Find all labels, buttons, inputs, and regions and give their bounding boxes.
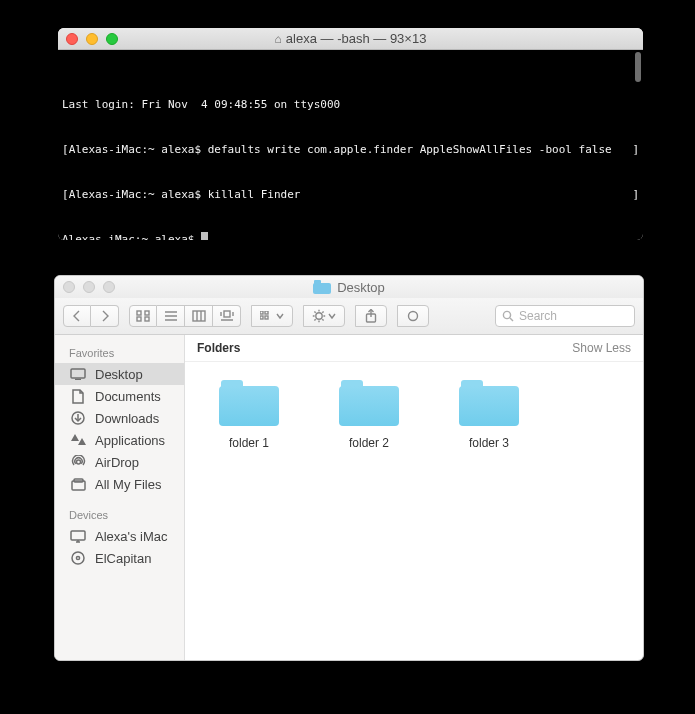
group-name: Folders (197, 341, 240, 355)
sidebar-item-imac[interactable]: Alexa's iMac (55, 525, 184, 547)
sidebar-item-label: Alexa's iMac (95, 529, 168, 544)
finder-title: Desktop (55, 280, 643, 295)
sidebar-item-label: Downloads (95, 411, 159, 426)
svg-rect-0 (137, 311, 141, 315)
svg-rect-14 (260, 311, 263, 314)
desktop-icon (69, 366, 87, 382)
icon-grid[interactable]: folder 1 folder 2 folder 3 (185, 362, 643, 660)
share-button[interactable] (355, 305, 387, 327)
svg-point-30 (503, 311, 510, 318)
sidebar-item-airdrop[interactable]: AirDrop (55, 451, 184, 473)
svg-line-23 (314, 311, 315, 312)
view-columns-button[interactable] (185, 305, 213, 327)
arrange-button[interactable] (251, 305, 293, 327)
finder-window: Desktop (54, 275, 644, 661)
svg-rect-16 (260, 316, 263, 319)
home-icon: ⌂ (275, 32, 282, 46)
finder-sidebar: Favorites Desktop Documents Downloads Ap… (55, 335, 185, 660)
downloads-icon (69, 410, 87, 426)
view-coverflow-button[interactable] (213, 305, 241, 327)
all-files-icon (69, 476, 87, 492)
nav-seg (63, 305, 119, 327)
terminal-line: [Alexas-iMac:~ alexa$ defaults write com… (62, 142, 612, 157)
svg-rect-32 (71, 369, 85, 378)
folder-icon (219, 380, 279, 426)
imac-icon (69, 528, 87, 544)
finder-titlebar[interactable]: Desktop (55, 276, 643, 298)
terminal-line: [Alexas-iMac:~ alexa$ killall Finder (62, 187, 300, 202)
view-list-button[interactable] (157, 305, 185, 327)
scrollbar-thumb[interactable] (635, 52, 641, 82)
terminal-line-end: ] (632, 142, 639, 157)
terminal-body[interactable]: Last login: Fri Nov 4 09:48:55 on ttys00… (58, 50, 643, 240)
back-button[interactable] (63, 305, 91, 327)
sidebar-item-disk[interactable]: ElCapitan (55, 547, 184, 569)
svg-point-42 (72, 552, 84, 564)
svg-point-36 (76, 460, 80, 464)
folder-item[interactable]: folder 1 (213, 380, 285, 450)
sidebar-item-label: AirDrop (95, 455, 139, 470)
sidebar-item-label: Applications (95, 433, 165, 448)
view-icons-button[interactable] (129, 305, 157, 327)
airdrop-icon (69, 454, 87, 470)
sidebar-heading-favorites: Favorites (55, 343, 184, 363)
folder-item[interactable]: folder 2 (333, 380, 405, 450)
terminal-line-end: ] (632, 187, 639, 202)
forward-button[interactable] (91, 305, 119, 327)
document-icon (69, 388, 87, 404)
share-seg (355, 305, 387, 327)
sidebar-item-label: Documents (95, 389, 161, 404)
edit-tags-button[interactable] (397, 305, 429, 327)
applications-icon (69, 432, 87, 448)
svg-rect-39 (71, 531, 85, 540)
cursor (201, 232, 208, 240)
terminal-line: Last login: Fri Nov 4 09:48:55 on ttys00… (62, 97, 340, 112)
svg-line-24 (322, 319, 323, 320)
folder-icon (459, 380, 519, 426)
search-placeholder: Search (519, 309, 557, 323)
svg-line-25 (314, 319, 315, 320)
terminal-prompt: Alexas-iMac:~ alexa$ (62, 232, 201, 240)
svg-rect-10 (224, 311, 230, 317)
action-seg (303, 305, 345, 327)
terminal-window: ⌂ alexa — -bash — 93×13 Last login: Fri … (58, 28, 643, 240)
terminal-title: ⌂ alexa — -bash — 93×13 (58, 31, 643, 46)
action-button[interactable] (303, 305, 345, 327)
folder-icon (313, 280, 331, 294)
svg-line-31 (510, 318, 513, 321)
search-field[interactable]: Search (495, 305, 635, 327)
folder-item[interactable]: folder 3 (453, 380, 525, 450)
sidebar-item-applications[interactable]: Applications (55, 429, 184, 451)
sidebar-item-desktop[interactable]: Desktop (55, 363, 184, 385)
tags-seg (397, 305, 429, 327)
sidebar-item-all-my-files[interactable]: All My Files (55, 473, 184, 495)
sidebar-heading-devices: Devices (55, 505, 184, 525)
sidebar-item-label: Desktop (95, 367, 143, 382)
svg-point-29 (409, 312, 418, 321)
svg-rect-2 (137, 317, 141, 321)
folder-name: folder 3 (469, 436, 509, 450)
disk-icon (69, 550, 87, 566)
svg-line-26 (322, 311, 323, 312)
view-seg (129, 305, 241, 327)
group-header: Folders Show Less (185, 335, 643, 362)
search-icon (502, 310, 514, 322)
sidebar-item-documents[interactable]: Documents (55, 385, 184, 407)
finder-toolbar: Search (55, 298, 643, 335)
sidebar-item-label: ElCapitan (95, 551, 151, 566)
svg-rect-7 (193, 311, 205, 321)
svg-rect-3 (145, 317, 149, 321)
svg-point-43 (76, 556, 79, 559)
svg-rect-1 (145, 311, 149, 315)
svg-rect-15 (265, 311, 268, 314)
finder-title-text: Desktop (337, 280, 385, 295)
show-less-button[interactable]: Show Less (572, 341, 631, 355)
arrange-seg (251, 305, 293, 327)
folder-name: folder 2 (349, 436, 389, 450)
folder-icon (339, 380, 399, 426)
finder-content: Folders Show Less folder 1 folder 2 fold… (185, 335, 643, 660)
svg-point-18 (316, 313, 322, 319)
sidebar-item-downloads[interactable]: Downloads (55, 407, 184, 429)
terminal-title-text: alexa — -bash — 93×13 (286, 31, 427, 46)
terminal-titlebar[interactable]: ⌂ alexa — -bash — 93×13 (58, 28, 643, 50)
